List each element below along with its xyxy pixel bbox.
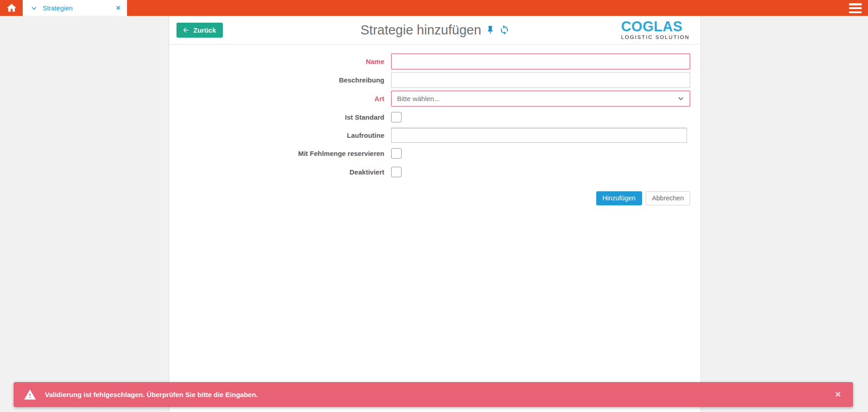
chevron-down-icon[interactable] — [31, 5, 37, 11]
form-row-mit-fehlmenge: Mit Fehlmenge reservieren — [169, 145, 701, 161]
menu-bar — [849, 7, 862, 10]
home-icon — [6, 2, 17, 14]
form-actions: Hinzufügen Abbrechen — [169, 191, 690, 205]
art-select-value: Bitte wählen... — [397, 95, 440, 102]
art-label: Art — [169, 95, 391, 102]
tab-strategien[interactable]: Strategien ✕ — [23, 0, 127, 16]
toast-close-icon[interactable]: ✕ — [835, 391, 843, 398]
back-button-label: Zurück — [193, 26, 216, 34]
deaktiviert-checkbox[interactable] — [391, 167, 402, 177]
ist-standard-label: Ist Standard — [169, 113, 391, 121]
coglas-logo: COGLAS LOGISTIC SOLUTION — [621, 19, 690, 40]
form-row-ist-standard: Ist Standard — [169, 109, 701, 125]
name-label: Name — [169, 58, 391, 65]
menu-bar — [849, 11, 862, 14]
strategy-form: Name Beschreibung Art Bitte wählen... Is… — [169, 44, 701, 205]
top-bar: Strategien ✕ — [0, 0, 868, 16]
error-message: Validierung ist fehlgeschlagen. Überprüf… — [45, 391, 258, 398]
name-input[interactable] — [391, 53, 690, 69]
hinzufuegen-button[interactable]: Hinzufügen — [596, 191, 642, 205]
chevron-down-icon — [677, 95, 684, 102]
warning-icon — [24, 388, 36, 401]
mit-fehlmenge-label: Mit Fehlmenge reservieren — [169, 150, 391, 157]
beschreibung-input[interactable] — [391, 72, 690, 88]
title-area: Strategie hinzufügen — [360, 23, 509, 38]
tab-label: Strategien — [43, 5, 73, 12]
form-row-beschreibung: Beschreibung — [169, 72, 701, 88]
abbrechen-button[interactable]: Abbrechen — [646, 191, 690, 205]
page-title: Strategie hinzufügen — [360, 23, 481, 38]
form-row-laufroutine: Laufroutine — [169, 128, 701, 143]
laufroutine-label: Laufroutine — [169, 131, 391, 139]
back-button[interactable]: Zurück — [177, 23, 223, 38]
art-select[interactable]: Bitte wählen... — [391, 91, 690, 107]
logo-brand: COGLAS — [621, 19, 690, 34]
menu-bar — [849, 3, 862, 5]
deaktiviert-label: Deaktiviert — [169, 168, 391, 176]
beschreibung-label: Beschreibung — [169, 76, 391, 84]
home-button[interactable] — [0, 0, 23, 16]
form-row-name: Name — [169, 53, 701, 69]
menu-icon[interactable] — [849, 3, 862, 13]
form-row-art: Art Bitte wählen... — [169, 91, 701, 107]
ist-standard-checkbox[interactable] — [391, 112, 402, 122]
pin-icon[interactable] — [485, 25, 495, 35]
laufroutine-input[interactable] — [391, 128, 687, 143]
panel-header: Zurück Strategie hinzufügen COGLAS LOGIS… — [169, 16, 701, 44]
tab-close-icon[interactable]: ✕ — [116, 5, 121, 11]
main-panel: Zurück Strategie hinzufügen COGLAS LOGIS… — [169, 16, 701, 412]
refresh-icon[interactable] — [499, 25, 510, 35]
form-row-deaktiviert: Deaktiviert — [169, 164, 701, 180]
error-banner: Validierung ist fehlgeschlagen. Überprüf… — [14, 382, 853, 407]
mit-fehlmenge-checkbox[interactable] — [391, 148, 402, 159]
left-arrow-icon — [182, 26, 190, 34]
logo-tagline: LOGISTIC SOLUTION — [621, 35, 690, 40]
